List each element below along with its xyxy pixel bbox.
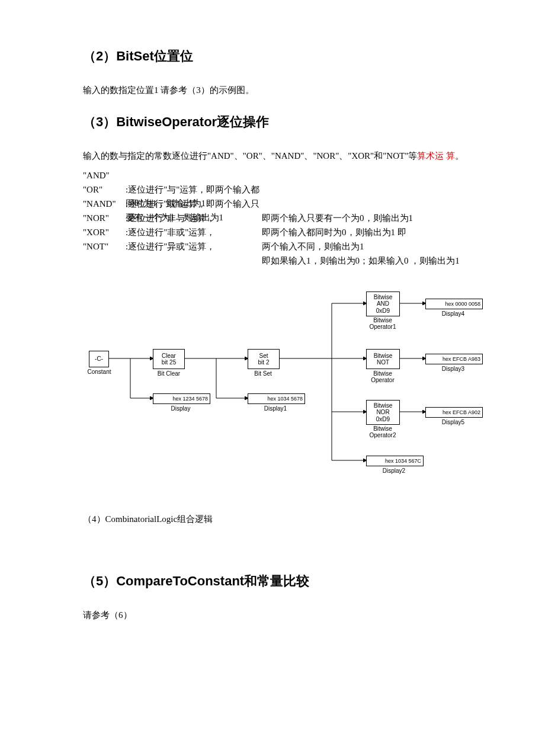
p3a-text: 输入的数与指定的常数逐位进行"AND"、"OR"、"NAND"、"NOR"、"X… [83, 151, 417, 161]
block-bitwise-not: Bitwise NOT [366, 349, 400, 369]
block-bitwise-nor: Bitwise NOR 0xD9 [366, 400, 400, 425]
label-display: Display [163, 405, 198, 412]
op-name: "XOR" [83, 226, 126, 240]
op-names-col: "AND" "OR" "NAND" "NOR" "XOR" "NOT" [83, 169, 126, 268]
label-display3: Display3 [435, 366, 471, 372]
block-display2: hex 1034 567C [366, 456, 424, 466]
block-bit-clear: Clear bit 25 [153, 349, 185, 369]
op-desc: :逐位进行"非或"运算， [126, 226, 262, 240]
label-bitwise-operator2: Bitwise Operator2 [361, 425, 404, 438]
block-bitwise-and: Bitwise AND 0xD9 [366, 291, 400, 316]
block-display1: hex 1034 5678 [248, 393, 305, 404]
heading-5: （5）CompareToConstant和常量比较 [83, 572, 468, 590]
block-bit-set: Set bit 2 [248, 349, 280, 369]
paragraph-2: 输入的数指定位置1 请参考（3）的示例图。 [83, 82, 468, 99]
op-desc: 即两个输入只要有一个为0，则输出为1 [262, 212, 468, 226]
label-display4: Display4 [435, 310, 471, 317]
op-name: "NOT" [83, 240, 126, 254]
paragraph-3: 输入的数与指定的常数逐位进行"AND"、"OR"、"NAND"、"NOR"、"X… [83, 148, 468, 269]
op-desc: 即如果输入1，则输出为0；如果输入0 ，则输出为1 [262, 254, 468, 268]
paragraph-5: 请参考（6） [83, 607, 468, 624]
heading-2: （2）BitSet位置位 [83, 47, 468, 65]
label-bitwise-operator: Bitwise Operator [361, 370, 404, 383]
op-name: "OR" [83, 183, 126, 197]
op-desc: 即两个输入都同时为0，则输出为1 即 [262, 226, 468, 240]
op-desc: :逐位进行"或"运算，即两个输入只要有一个为1，则输出为1 [126, 197, 262, 212]
op-name: "NAND" [83, 197, 126, 212]
simulink-diagram: -C- Constant Clear bit 25 Bit Clear hex … [83, 283, 474, 484]
operator-definitions: "AND" "OR" "NAND" "NOR" "XOR" "NOT" :逐位进… [83, 169, 468, 268]
label-display5: Display5 [435, 419, 471, 425]
op-name: "NOR" [83, 212, 126, 226]
label-bit-clear: Bit Clear [151, 370, 187, 377]
op-desc: :逐位进行"非与"运算， [126, 212, 262, 226]
op-name: "AND" [83, 169, 126, 183]
label-bit-set: Bit Set [248, 370, 278, 377]
block-display: hex 1234 5678 [153, 393, 210, 404]
label-constant: Constant [83, 369, 116, 375]
block-display4: hex 0000 0058 [425, 299, 483, 309]
op-desc: :逐位进行"异或"运算， [126, 240, 262, 254]
op-right-col: 即两个输入只要有一个为0，则输出为1 即两个输入都同时为0，则输出为1 即 两个… [262, 169, 468, 268]
p3a-end: 。 [455, 151, 464, 161]
block-constant: -C- [89, 351, 109, 367]
label-display2: Display2 [376, 467, 412, 474]
op-mid-col: :逐位进行"与"运算，即两个输入都同时为1，则输出为1 :逐位进行"或"运算，即… [126, 169, 262, 268]
p3a-red: 算术运 算 [417, 151, 455, 161]
block-display3: hex EFCB A983 [425, 354, 483, 364]
diagram-wires [83, 283, 474, 484]
label-bitwise-operator1: Bitwise Operator1 [361, 317, 404, 330]
label-display1: Display1 [258, 405, 293, 412]
block-display5: hex EFCB A902 [425, 407, 483, 418]
heading-4: （4）CombinatorialLogic组合逻辑 [83, 514, 468, 525]
heading-3: （3）BitwiseOperator逐位操作 [83, 113, 468, 131]
op-desc: :逐位进行"与"运算，即两个输入都同时为1，则输出为1 [126, 183, 262, 197]
op-desc: 两个输入不同，则输出为1 [262, 240, 468, 254]
